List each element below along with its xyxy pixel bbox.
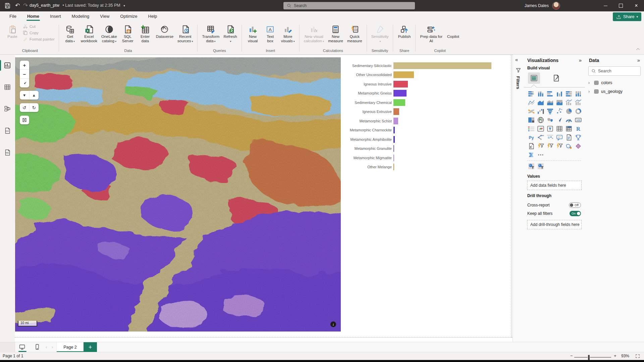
new-visual-button[interactable]: Newvisual <box>245 23 261 44</box>
bar-row[interactable]: Igneous Extrusive <box>342 107 510 117</box>
maximize-button[interactable] <box>613 0 629 11</box>
copilot-button[interactable]: Copilot <box>445 23 462 40</box>
stacked-bar-chart-icon[interactable] <box>527 89 536 98</box>
multi-row-card-icon[interactable] <box>527 124 536 133</box>
bar[interactable] <box>393 90 407 97</box>
values-field-well[interactable]: Add data fields here <box>527 181 582 190</box>
clustered-bar-chart-icon[interactable] <box>545 89 555 98</box>
menu-tab-insert[interactable]: Insert <box>49 11 62 21</box>
reset-extent-button[interactable] <box>20 116 29 124</box>
slicer-icon[interactable] <box>545 124 555 133</box>
ribbon-chart-icon[interactable] <box>527 107 536 116</box>
100-stacked-column-chart-icon[interactable] <box>574 89 583 98</box>
get-data-button[interactable]: Getdata▾ <box>62 23 78 44</box>
prep-data-ai-button[interactable]: Prep data forAI <box>418 23 444 44</box>
text-box-button[interactable]: ATextbox <box>262 23 279 44</box>
bar-row[interactable]: Metamorphic Amphibolite <box>342 135 510 144</box>
new-visual-calculation-button[interactable]: fxNew visualcalculation▾ <box>302 23 326 44</box>
rotate-cw-button[interactable]: ↻ <box>29 103 39 112</box>
menu-tab-view[interactable]: View <box>99 11 110 21</box>
transform-data-button[interactable]: Transformdata▾ <box>200 23 221 44</box>
close-button[interactable]: × <box>629 0 644 11</box>
pitch-down-button[interactable]: ▼ <box>20 91 29 100</box>
bar[interactable] <box>393 127 395 133</box>
cross-report-toggle[interactable]: Off <box>569 202 581 208</box>
data-table-us_geology[interactable]: ›us_geology <box>585 87 644 96</box>
onelake-catalog-button[interactable]: OneLakecatalog▾ <box>100 23 119 44</box>
matrix-icon[interactable] <box>564 124 574 133</box>
100-stacked-area-chart-icon[interactable] <box>555 98 564 107</box>
global-search-input[interactable]: Search <box>283 2 415 9</box>
geological-map-visual[interactable]: + − ▼ ▲ ↺ ↻ 10 mi i <box>15 57 341 331</box>
new-page-button[interactable]: + <box>84 342 97 352</box>
zoom-slider-thumb[interactable] <box>588 355 590 360</box>
lightning-slicer-visual-1-icon[interactable] <box>536 142 545 150</box>
kpi-icon[interactable] <box>536 124 545 133</box>
waterfall-chart-icon[interactable] <box>536 107 545 116</box>
cut-button[interactable]: Cut <box>21 23 56 29</box>
new-measure-button[interactable]: Newmeasure <box>326 23 345 44</box>
diamond-custom-visual-icon[interactable] <box>574 142 583 150</box>
document-title[interactable]: day5_earth_ptw • Last saved: Today at 2:… <box>30 3 125 8</box>
menu-tab-modeling[interactable]: Modeling <box>71 11 90 21</box>
clustered-column-chart-icon[interactable] <box>555 89 564 98</box>
stacked-area-chart-icon[interactable] <box>545 98 555 107</box>
expand-chevron-icon[interactable]: › <box>588 80 592 85</box>
share-button[interactable]: Share ▾ <box>613 12 641 21</box>
dax-query-view-button[interactable]: DAX <box>0 124 15 137</box>
line-chart-icon[interactable] <box>527 98 536 107</box>
area-chart-icon[interactable] <box>536 98 545 107</box>
power-bi-report-icon[interactable] <box>527 142 536 150</box>
100-stacked-bar-chart-icon[interactable] <box>564 89 574 98</box>
custom-globe-visual-1-icon[interactable] <box>527 162 536 171</box>
bar-row[interactable]: Sedimentary Chemical <box>342 98 510 107</box>
rotate-ccw-button[interactable]: ↺ <box>20 103 29 112</box>
table-view-button[interactable] <box>0 80 15 94</box>
sql-server-button[interactable]: SQLServer <box>119 23 136 44</box>
fit-to-page-icon[interactable] <box>635 354 640 359</box>
refresh-button[interactable]: Refresh▾ <box>222 23 238 44</box>
azure-map-icon[interactable] <box>555 116 564 124</box>
expand-filters-icon[interactable]: « <box>515 57 518 62</box>
data-table-colors[interactable]: ›colors <box>585 78 644 87</box>
report-view-button[interactable] <box>0 59 15 72</box>
stacked-column-chart-icon[interactable] <box>536 89 545 98</box>
bar[interactable] <box>393 99 405 106</box>
format-visual-mode-button[interactable] <box>550 72 562 84</box>
zoom-in-button[interactable]: + <box>20 61 29 69</box>
bar-row[interactable]: Metamorphic Charnockite <box>342 126 510 135</box>
filters-pane-collapsed[interactable]: « Filters <box>513 55 525 342</box>
bar-row[interactable]: Sedimentary Siliciclastic <box>342 61 510 70</box>
report-canvas[interactable]: + − ▼ ▲ ↺ ↻ 10 mi i <box>15 55 513 342</box>
pitch-up-button[interactable]: ▲ <box>29 91 39 100</box>
account-button[interactable]: James Dales <box>525 0 560 11</box>
metrics-icon[interactable] <box>574 133 583 142</box>
python-visual-icon[interactable]: Py <box>527 133 536 142</box>
bar-row[interactable]: Metamorphic Schist <box>342 116 510 126</box>
paste-button[interactable]: Paste <box>4 23 21 40</box>
bar-row[interactable]: Igneous Intrusive <box>342 79 510 89</box>
collapse-visualizations-icon[interactable]: » <box>579 57 582 63</box>
line-and-stacked-column-chart-icon[interactable] <box>564 98 574 107</box>
recent-sources-button[interactable]: Recentsources▾ <box>176 23 195 44</box>
table-icon[interactable] <box>555 124 564 133</box>
save-icon[interactable] <box>4 2 11 9</box>
model-view-button[interactable] <box>0 102 15 116</box>
lightning-slicer-visual-2-icon[interactable] <box>545 142 555 150</box>
map-custom-visual-icon[interactable] <box>564 142 574 150</box>
data-search-input[interactable]: Search <box>588 66 641 76</box>
paginated-report-icon[interactable] <box>564 133 574 142</box>
quick-measure-button[interactable]: Quickmeasure <box>345 23 364 44</box>
gauge-icon[interactable] <box>564 116 574 124</box>
custom-globe-visual-2-icon[interactable] <box>536 162 545 171</box>
zoom-slider[interactable] <box>574 357 611 358</box>
bar[interactable] <box>393 62 491 69</box>
smart-narrative-icon[interactable] <box>555 133 564 142</box>
desktop-layout-icon[interactable] <box>18 344 26 350</box>
bar[interactable] <box>393 136 395 143</box>
bar[interactable] <box>393 155 394 161</box>
lightning-slicer-visual-3-icon[interactable] <box>555 142 564 150</box>
mobile-layout-icon[interactable] <box>34 344 41 350</box>
publish-button[interactable]: Publish <box>396 23 413 40</box>
previous-page-icon[interactable]: ‹ <box>46 345 47 350</box>
